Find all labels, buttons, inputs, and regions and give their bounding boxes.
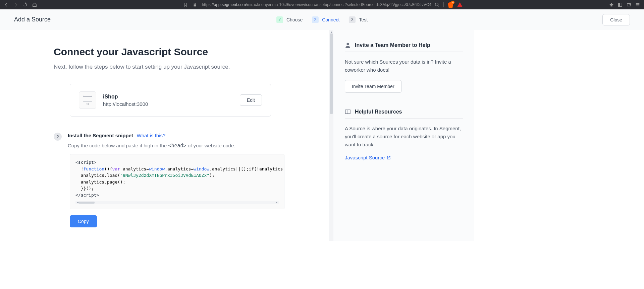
bookmark-icon[interactable] <box>183 2 188 7</box>
horizontal-scrollbar[interactable]: ◀ ▶ <box>75 201 279 204</box>
reload-icon[interactable] <box>23 2 28 7</box>
step-label: Connect <box>322 17 339 22</box>
source-card: JS iShop http://localhost:3000 Edit <box>70 84 271 117</box>
book-icon <box>345 109 351 115</box>
invite-text: Not sure which Sources your data is in? … <box>345 58 463 74</box>
code-snippet[interactable]: <script> !function(){var analytics=windo… <box>70 154 284 209</box>
svg-point-1 <box>435 3 438 6</box>
invite-title: Invite a Team Member to Help <box>355 42 430 48</box>
javascript-source-icon: JS <box>79 91 96 109</box>
sidepanel-icon[interactable] <box>618 2 623 7</box>
install-title: Install the Segment snippet <box>68 133 133 138</box>
svg-rect-5 <box>630 4 631 5</box>
step-number-icon: 2 <box>312 16 319 23</box>
copy-button[interactable]: Copy <box>70 215 97 227</box>
vertical-scrollbar[interactable]: ▲ <box>329 30 333 241</box>
divider <box>345 118 463 119</box>
step-label: Choose <box>286 17 303 22</box>
divider <box>345 52 463 52</box>
svg-rect-3 <box>619 3 620 7</box>
forward-icon[interactable] <box>13 2 18 7</box>
page-header-title: Add a Source <box>14 16 51 23</box>
back-icon[interactable] <box>4 2 9 7</box>
edit-button[interactable]: Edit <box>240 94 262 106</box>
step-label: Test <box>359 17 368 22</box>
wizard-steps: ✓ Choose 2 Connect 3 Test <box>276 16 368 23</box>
step-number-badge: 2 <box>54 133 62 141</box>
step-test[interactable]: 3 Test <box>349 16 368 23</box>
what-is-this-link[interactable]: What is this? <box>137 133 165 138</box>
resources-section: Helpful Resources A Source is where your… <box>345 109 463 161</box>
page-title: Connect your Javascript Source <box>54 46 315 58</box>
close-button[interactable]: Close <box>602 14 630 25</box>
step-number-icon: 3 <box>349 16 356 23</box>
resources-title: Helpful Resources <box>355 109 402 115</box>
javascript-source-link[interactable]: Javascript Source <box>345 155 391 160</box>
step-choose[interactable]: ✓ Choose <box>276 16 303 23</box>
url-bar[interactable]: https://app.segment.com/miracle-onyenma-… <box>202 2 431 7</box>
extensions-icon[interactable] <box>609 2 614 7</box>
browser-toolbar: https://app.segment.com/miracle-onyenma-… <box>0 0 644 9</box>
resources-text: A Source is where your data originates. … <box>345 125 463 149</box>
menu-icon[interactable] <box>635 2 640 7</box>
install-step: 2 Install the Segment snippet What is th… <box>54 133 315 149</box>
wallet-icon[interactable] <box>627 2 631 7</box>
source-url: http://localhost:3000 <box>103 101 233 107</box>
app-header: Add a Source ✓ Choose 2 Connect 3 Test C… <box>0 9 644 30</box>
help-sidebar: Invite a Team Member to Help Not sure wh… <box>333 30 474 241</box>
check-icon: ✓ <box>276 16 283 23</box>
home-icon[interactable] <box>32 2 37 7</box>
person-icon <box>345 42 351 48</box>
zoom-icon[interactable] <box>435 2 439 7</box>
step-connect[interactable]: 2 Connect <box>312 16 339 23</box>
source-name: iShop <box>103 94 233 100</box>
invite-team-button[interactable]: Invite Team Member <box>345 80 401 93</box>
brave-shield-icon[interactable]: 9 <box>447 2 453 8</box>
invite-section: Invite a Team Member to Help Not sure wh… <box>345 42 463 93</box>
page-subtitle: Next, follow the steps below to start se… <box>54 64 315 70</box>
lock-icon <box>193 2 197 7</box>
external-link-icon <box>387 156 391 160</box>
install-description: Copy the code below and paste it high in… <box>68 143 315 149</box>
brave-triangle-icon[interactable] <box>457 2 463 8</box>
svg-rect-0 <box>194 4 196 6</box>
